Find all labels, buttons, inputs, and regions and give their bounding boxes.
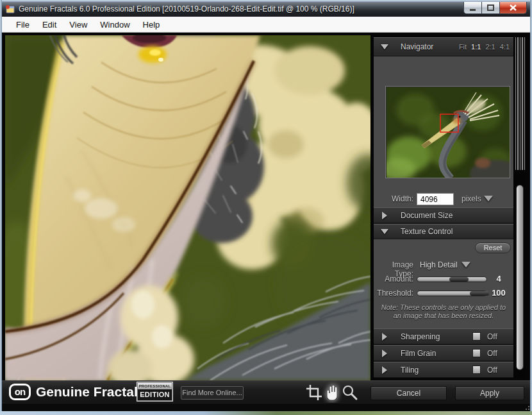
window-border-bottom	[0, 411, 532, 415]
status-strip	[2, 403, 530, 411]
collapse-triangle-icon[interactable]	[381, 44, 388, 49]
window-border-left	[0, 0, 2, 415]
menu-bar: File Edit View Window Help	[2, 17, 530, 33]
close-icon	[510, 4, 517, 11]
sharpening-checkbox[interactable]	[472, 332, 481, 341]
app-window: Genuine Fractals 6.0 Professional Editio…	[0, 0, 532, 415]
window-title: Genuine Fractals 6.0 Professional Editio…	[19, 4, 354, 13]
tiling-checkbox[interactable]	[472, 366, 481, 374]
texture-control-header[interactable]: Texture Control	[374, 224, 513, 239]
navigator-body: Width: pixels Height: pixels	[374, 56, 513, 207]
expand-triangle-icon[interactable]	[382, 366, 387, 374]
sharpening-header[interactable]: Sharpening Off	[374, 328, 513, 344]
amount-label: Amount:	[374, 275, 413, 284]
resize-grip[interactable]	[526, 409, 527, 410]
minimize-button[interactable]	[463, 2, 482, 14]
sharpening-title: Sharpening	[401, 332, 440, 341]
navigator-thumbnail[interactable]	[386, 87, 510, 178]
threshold-slider[interactable]	[417, 291, 487, 296]
reset-button[interactable]: Reset	[475, 242, 511, 253]
window-controls	[463, 2, 527, 14]
close-button[interactable]	[499, 2, 527, 14]
image-canvas[interactable]	[5, 35, 370, 380]
film-grain-header[interactable]: Film Grain Off	[374, 345, 513, 361]
menu-view[interactable]: View	[63, 18, 94, 31]
expand-triangle-icon[interactable]	[382, 333, 387, 341]
zoom-presets: Fit 1:1 2:1 4:1	[459, 43, 510, 51]
film-grain-checkbox[interactable]	[472, 349, 481, 357]
menu-window[interactable]: Window	[94, 18, 136, 31]
threshold-label: Threshold:	[374, 289, 413, 298]
amount-slider[interactable]	[417, 276, 487, 282]
document-size-title: Document Size	[401, 211, 453, 220]
badge-top-text: PROFESSIONAL	[138, 383, 172, 389]
image-type-dropdown-icon[interactable]	[461, 262, 470, 267]
window-border-top	[0, 0, 532, 2]
width-label: Width:	[374, 194, 413, 203]
apply-button[interactable]: Apply	[455, 386, 524, 400]
control-panel: Navigator Fit 1:1 2:1 4:1	[374, 37, 513, 378]
amount-slider-handle[interactable]	[449, 277, 469, 282]
threshold-slider-handle[interactable]	[470, 291, 489, 296]
film-grain-state: Off	[487, 349, 497, 358]
zoom-400[interactable]: 4:1	[500, 43, 510, 51]
navigator-preview-bird	[387, 87, 510, 178]
amount-value: 4	[489, 274, 508, 284]
maximize-icon	[487, 4, 494, 11]
threshold-row: Threshold: 100	[374, 287, 513, 299]
texture-control-title: Texture Control	[401, 227, 453, 236]
document-size-header[interactable]: Document Size	[374, 207, 513, 223]
tiling-title: Tiling	[401, 366, 419, 375]
main-photo-bird-beak	[5, 35, 370, 380]
onone-logo: on	[9, 384, 31, 400]
brand-name: Genuine Fractals	[36, 381, 145, 403]
collapse-triangle-icon[interactable]	[381, 229, 388, 234]
professional-edition-badge: PROFESSIONAL EDITION	[138, 383, 172, 400]
texture-control-body: Reset Image Type: High Detail Amount: 4 …	[374, 239, 513, 328]
width-units-dropdown-icon[interactable]	[484, 196, 493, 201]
menu-help[interactable]: Help	[137, 18, 167, 31]
width-units: pixels	[461, 194, 481, 203]
navigator-header[interactable]: Navigator Fit 1:1 2:1 4:1	[374, 37, 513, 56]
title-bar[interactable]: Genuine Fractals 6.0 Professional Editio…	[2, 2, 530, 17]
threshold-value: 100	[489, 288, 508, 298]
cancel-button[interactable]: Cancel	[370, 386, 447, 400]
panel-scroll-stripes	[513, 37, 526, 170]
navigator-title: Navigator	[401, 42, 433, 51]
panel-scrollbar-thumb[interactable]	[516, 185, 524, 370]
sharpening-state: Off	[487, 332, 497, 341]
film-grain-title: Film Grain	[401, 349, 436, 358]
width-input[interactable]	[417, 193, 454, 205]
amount-row: Amount: 4	[374, 273, 513, 285]
expand-triangle-icon[interactable]	[382, 212, 387, 219]
zoom-tool-icon[interactable]	[342, 384, 358, 401]
tiling-state: Off	[487, 366, 497, 375]
zoom-100[interactable]: 1:1	[471, 43, 481, 51]
menu-edit[interactable]: Edit	[36, 18, 63, 31]
expand-triangle-icon[interactable]	[382, 350, 387, 357]
badge-bottom-text: EDITION	[140, 389, 170, 400]
find-more-online-button[interactable]: Find More Online...	[181, 386, 244, 400]
texture-note-line2: an image that has been resized.	[378, 312, 510, 320]
crop-tool-icon[interactable]	[306, 384, 322, 401]
width-row: Width: pixels	[374, 193, 513, 206]
maximize-button[interactable]	[482, 2, 499, 14]
image-type-value[interactable]: High Detail	[420, 260, 458, 269]
footer-bar: on Genuine Fractals 6 PROFESSIONAL EDITI…	[2, 380, 530, 403]
texture-note-line1: Note: These controls are only applied to	[378, 303, 510, 312]
hand-tool-icon[interactable]	[323, 384, 340, 401]
minimize-icon	[470, 5, 476, 11]
zoom-200[interactable]: 2:1	[485, 43, 495, 51]
tiling-header[interactable]: Tiling Off	[374, 362, 513, 378]
zoom-fit[interactable]: Fit	[459, 43, 467, 51]
app-icon	[5, 4, 15, 14]
image-type-row: Image Type: High Detail	[374, 259, 513, 271]
menu-file[interactable]: File	[10, 18, 36, 31]
